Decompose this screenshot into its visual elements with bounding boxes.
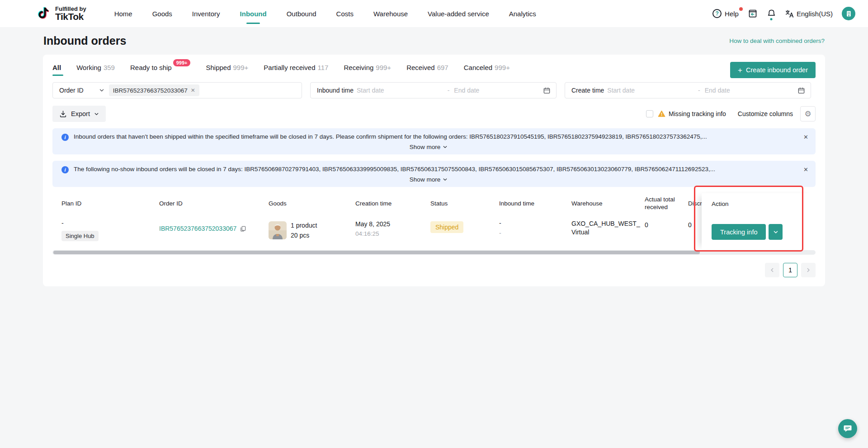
col-warehouse: Warehouse [562,200,636,208]
tab-working[interactable]: Working359 [76,64,115,76]
translate-icon [785,9,794,18]
action-column-pinned: Action Tracking info [702,193,816,249]
col-plan-id: Plan ID [52,200,150,208]
combined-orders-help-link[interactable]: How to deal with combined orders? [729,37,825,44]
export-button[interactable]: Export [52,106,106,122]
tab-canceled[interactable]: Canceled999+ [464,64,510,76]
inbound-orders-card: All Working359 Ready to ship999+ Shipped… [43,55,825,286]
status-tabs: All Working359 Ready to ship999+ Shipped… [52,64,816,76]
col-status: Status [421,200,490,208]
plan-type-tag: Single Hub [61,231,99,241]
chevron-down-icon[interactable] [99,88,104,93]
building-icon [845,10,852,17]
product-image[interactable] [269,221,287,239]
table-settings-button[interactable]: ⚙ [800,106,816,121]
actual-total-received-cell: 0 [636,221,679,241]
avatar[interactable] [842,7,855,20]
col-action: Action [712,193,816,214]
info-icon: i [61,134,69,141]
create-inbound-order-button[interactable]: + Create inbound order [730,62,816,78]
nav-item-goods[interactable]: Goods [152,0,172,27]
tab-shipped[interactable]: Shipped999+ [206,64,248,76]
top-nav: Fulfilled by TikTok Home Goods Inventory… [0,0,868,27]
nav-item-costs[interactable]: Costs [336,0,354,27]
bell-indicator-dot [770,18,773,20]
copy-icon[interactable] [240,225,246,232]
chevron-down-icon [94,112,99,117]
banner-text: Inbound orders that haven't been shipped… [74,133,707,140]
plan-id-cell: - Single Hub [52,219,150,241]
nav-item-analytics[interactable]: Analytics [509,0,536,27]
customize-columns-button[interactable]: Customize columns [738,110,793,117]
remove-tag-icon[interactable]: ✕ [191,87,195,93]
shipment-warning-banner: i Inbound orders that haven't been shipp… [52,128,816,154]
col-creation-time: Creation time [346,200,421,208]
chat-bubble-icon [843,424,853,434]
ready-to-ship-badge: 999+ [173,59,191,66]
create-end-placeholder[interactable]: End date [705,87,755,94]
download-icon [59,110,67,118]
returns-icon[interactable] [748,9,758,19]
goods-summary: 1 product 20 pcs [291,222,317,239]
status-cell: Shipped [421,219,490,241]
order-id-cell: IBR5765237663752033067 [150,219,259,241]
tab-received[interactable]: Received697 [406,64,448,76]
next-page-button[interactable] [801,263,816,277]
nav-item-value-added-service[interactable]: Value-added service [428,0,489,27]
nav-item-outbound[interactable]: Outbound [287,0,316,27]
nav-item-warehouse[interactable]: Warehouse [373,0,408,27]
language-label: English(US) [797,10,833,18]
nav-item-home[interactable]: Home [114,0,132,27]
toolbar-right-group: Missing tracking info Customize columns … [646,106,816,121]
col-order-id: Order ID [150,200,259,208]
chevron-down-icon [443,145,448,149]
calendar-icon[interactable] [797,87,805,94]
chat-support-button[interactable] [838,419,857,438]
horizontal-scrollbar-thumb[interactable] [53,251,700,254]
goods-cell: 1 product 20 pcs [259,219,346,241]
missing-tracking-checkbox[interactable] [646,110,653,117]
inbound-time-filter[interactable]: Inbound time Start date - End date [310,82,557,98]
notifications-bell-icon[interactable] [767,9,776,19]
nav-item-inbound[interactable]: Inbound [240,0,267,27]
prev-page-button[interactable] [765,263,779,277]
inbound-end-placeholder[interactable]: End date [454,87,504,94]
horizontal-scrollbar-track[interactable] [52,250,816,255]
more-actions-button[interactable] [769,224,783,240]
orders-table: Plan ID Order ID Goods Creation time Sta… [52,193,816,255]
chevron-down-icon [773,229,778,235]
close-icon[interactable]: ✕ [803,134,808,140]
tracking-info-button[interactable]: Tracking info [712,224,766,240]
create-time-filter[interactable]: Create time Start date - End date [565,82,811,98]
order-id-filter-tag: IBR5765237663752033067 ✕ [109,84,199,96]
show-more-button[interactable]: Show more [61,176,796,183]
brand-line2: TikTok [55,12,86,21]
page-number-current[interactable]: 1 [783,263,797,277]
calendar-icon[interactable] [543,87,551,94]
order-id-filter[interactable]: Order ID IBR5765237663752033067 ✕ [52,82,302,98]
brand-logo[interactable]: Fulfilled by TikTok [37,5,86,22]
tab-all[interactable]: All [52,64,61,76]
tab-receiving[interactable]: Receiving999+ [344,64,391,76]
order-id-select-label: Order ID [53,87,84,94]
warning-icon [658,110,665,117]
chevron-right-icon [806,267,811,273]
tab-partially-received[interactable]: Partially received117 [264,64,328,76]
help-menu[interactable]: ? Help [712,9,739,18]
creation-time-cell: May 8, 2025 04:16:25 [346,219,421,241]
nav-item-inventory[interactable]: Inventory [192,0,220,27]
pagination: 1 [52,263,816,277]
plus-icon: + [738,66,742,74]
inbound-time-cell: - - [490,219,562,241]
order-id-link[interactable]: IBR5765237663752033067 [159,225,246,232]
show-more-button[interactable]: Show more [61,144,796,150]
close-icon[interactable]: ✕ [803,166,808,173]
chevron-down-icon [443,177,448,182]
create-start-placeholder[interactable]: Start date [607,87,635,94]
brand-line1: Fulfilled by [55,6,86,12]
inbound-start-placeholder[interactable]: Start date [357,87,384,94]
page-title: Inbound orders [43,34,126,47]
language-switcher[interactable]: English(US) [785,9,833,18]
tab-ready-to-ship[interactable]: Ready to ship999+ [130,64,191,76]
page-header: Inbound orders How to deal with combined… [43,34,825,47]
